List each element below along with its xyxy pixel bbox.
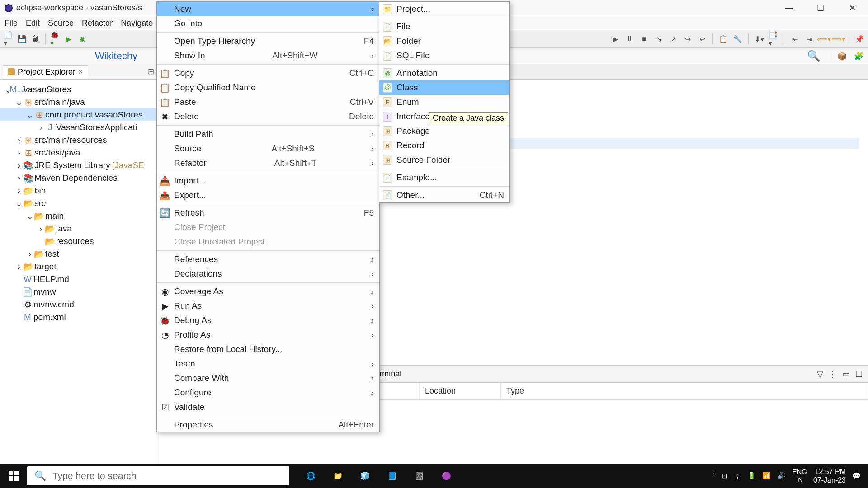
taskbar-app-word[interactable]: 📘 [380, 465, 404, 487]
tree-item[interactable]: bin [34, 186, 46, 196]
tray-mic-icon[interactable]: 🎙 [734, 472, 741, 480]
tree-item[interactable]: resources [56, 236, 94, 246]
tree-item[interactable]: src/test/java [34, 148, 80, 158]
menu-item-other-[interactable]: 📄Other...Ctrl+N [379, 188, 509, 202]
tree-item[interactable]: test [45, 249, 59, 259]
pause-icon[interactable]: ⏸ [625, 34, 635, 44]
tool-a-icon[interactable]: 📋 [718, 34, 728, 44]
step3-icon[interactable]: ↪ [683, 34, 693, 44]
menu-item-paste[interactable]: 📋PasteCtrl+V [157, 95, 379, 109]
maximize-panel-icon[interactable]: ☐ [855, 369, 863, 379]
menu-item-folder[interactable]: 📂Folder [379, 34, 509, 48]
menu-item-file[interactable]: 📄File [379, 19, 509, 34]
tree-item[interactable]: java [56, 224, 72, 234]
menu-item-import-[interactable]: 📥Import... [157, 174, 379, 188]
menu-item-class[interactable]: ⓒClass [379, 80, 509, 95]
menu-item-source-folder[interactable]: ⊞Source Folder [379, 153, 509, 167]
step4-icon[interactable]: ↩ [697, 34, 707, 44]
debug-icon[interactable]: 🐞▾ [50, 34, 60, 44]
fwd-icon[interactable]: ⟹▾ [833, 34, 843, 44]
menu-item-build-path[interactable]: Build Path› [157, 127, 379, 141]
project-explorer-tab[interactable]: Project Explorer × [3, 65, 88, 79]
menu-item-open-type-hierarchy[interactable]: Open Type HierarchyF4 [157, 34, 379, 48]
new-icon[interactable]: 📄▾ [4, 34, 14, 44]
menu-item-annotation[interactable]: @Annotation [379, 66, 509, 80]
tree-item[interactable]: target [34, 262, 57, 272]
tray-clock[interactable]: 12:57 PM07-Jan-23 [813, 467, 846, 484]
pin-icon[interactable]: 📌 [854, 34, 864, 44]
tree-item[interactable]: src [34, 198, 46, 208]
menu-item-record[interactable]: RRecord [379, 138, 509, 153]
menu-item-package[interactable]: ⊞Package [379, 124, 509, 138]
tree-item[interactable]: main [45, 211, 64, 221]
menu-item-declarations[interactable]: Declarations› [157, 267, 379, 281]
taskbar-app-explorer[interactable]: 📁 [326, 465, 350, 487]
menu-item-enum[interactable]: EEnum [379, 95, 509, 109]
run-icon[interactable]: ▶ [64, 34, 74, 44]
menu-item-run-as[interactable]: ▶Run As› [157, 299, 379, 313]
taskbar-app-cube[interactable]: 🧊 [353, 465, 377, 487]
tool-b-icon[interactable]: 🔧 [733, 34, 743, 44]
menu-item-delete[interactable]: ✖DeleteDelete [157, 109, 379, 124]
tray-battery-icon[interactable]: 🔋 [747, 472, 756, 480]
col-type[interactable]: Type [501, 383, 868, 399]
step2-icon[interactable]: ↗ [668, 34, 678, 44]
view-menu-icon[interactable]: ⋮ [829, 369, 837, 379]
tree-item[interactable]: HELP.md [33, 274, 69, 284]
tree-item[interactable]: Maven Dependencies [34, 173, 118, 183]
context-menu[interactable]: New›Go IntoOpen Type HierarchyF4Show InA… [156, 1, 380, 432]
menu-item-project-[interactable]: 📁Project... [379, 2, 509, 16]
menu-item-team[interactable]: Team› [157, 357, 379, 371]
tray-notifications-icon[interactable]: 💬 [852, 472, 861, 480]
menu-item-references[interactable]: References› [157, 252, 379, 267]
menu-refactor[interactable]: Refactor [82, 19, 113, 28]
menu-item-copy-qualified-name[interactable]: 📋Copy Qualified Name [157, 80, 379, 95]
save-icon[interactable]: 💾 [17, 34, 27, 44]
menu-edit[interactable]: Edit [26, 19, 40, 28]
perspective-java-icon[interactable]: 📦 [837, 52, 847, 61]
menu-item-show-in[interactable]: Show InAlt+Shift+W› [157, 48, 379, 63]
menu-item-refresh[interactable]: 🔄RefreshF5 [157, 206, 379, 220]
search-icon[interactable]: 🔍 [807, 50, 821, 62]
save-all-icon[interactable]: 🗐 [31, 34, 41, 44]
tree-item[interactable]: vasanStores [24, 84, 71, 94]
resume-icon[interactable]: ▶ [610, 34, 620, 44]
menu-item-coverage-as[interactable]: ◉Coverage As› [157, 284, 379, 299]
menu-item-compare-with[interactable]: Compare With› [157, 371, 379, 385]
tray-meet-icon[interactable]: ⊡ [722, 472, 728, 480]
close-button[interactable]: ✕ [845, 3, 859, 13]
nav-fwd-icon[interactable]: ⇥ [804, 34, 814, 44]
start-button[interactable] [0, 471, 27, 481]
menu-item-profile-as[interactable]: ◔Profile As› [157, 328, 379, 342]
tree-item[interactable]: mvnw.cmd [33, 300, 74, 310]
project-tree[interactable]: ⌄M↓JvasanStores ⌄⊞src/main/java ⌄⊞com.pr… [0, 80, 157, 472]
tree-item[interactable]: src/main/java [34, 97, 85, 107]
tree-item[interactable]: pom.xml [33, 312, 66, 322]
nav-back-icon[interactable]: ⇤ [790, 34, 800, 44]
minimize-panel-icon[interactable]: ▭ [842, 369, 850, 379]
tree-item[interactable]: VasanStoresApplicati [56, 122, 137, 132]
taskbar-app-chrome[interactable]: 🌐 [298, 465, 323, 487]
filter-icon[interactable]: ▽ [817, 369, 823, 379]
menu-item-example-[interactable]: 📄Example... [379, 170, 509, 185]
menu-source[interactable]: Source [48, 19, 74, 28]
menu-item-sql-file[interactable]: 📄SQL File [379, 48, 509, 63]
new-submenu[interactable]: 📁Project...📄File📂Folder📄SQL File@Annotat… [379, 1, 510, 203]
menu-navigate[interactable]: Navigate [121, 19, 153, 28]
coverage-icon[interactable]: ◉ [77, 34, 87, 44]
menu-item-restore-from-local-history-[interactable]: Restore from Local History... [157, 342, 379, 357]
stop-icon[interactable]: ■ [639, 34, 649, 44]
taskbar-app-eclipse[interactable]: 🟣 [434, 465, 458, 487]
perspective-ee-icon[interactable]: 🧩 [854, 52, 863, 61]
tree-item[interactable]: JRE System Library [34, 160, 110, 170]
tool-d-icon[interactable]: 📑▾ [769, 34, 778, 44]
tree-item[interactable]: src/main/resources [34, 135, 107, 145]
menu-item-configure[interactable]: Configure› [157, 385, 379, 400]
minimize-button[interactable]: — [782, 3, 796, 13]
menu-item-go-into[interactable]: Go Into [157, 16, 379, 31]
menu-item-new[interactable]: New› [157, 2, 379, 16]
menu-item-copy[interactable]: 📋CopyCtrl+C [157, 66, 379, 80]
tree-item-selected[interactable]: com.product.vasanStores [45, 110, 142, 120]
tray-wifi-icon[interactable]: 📶 [762, 472, 771, 480]
menu-item-debug-as[interactable]: 🐞Debug As› [157, 313, 379, 328]
